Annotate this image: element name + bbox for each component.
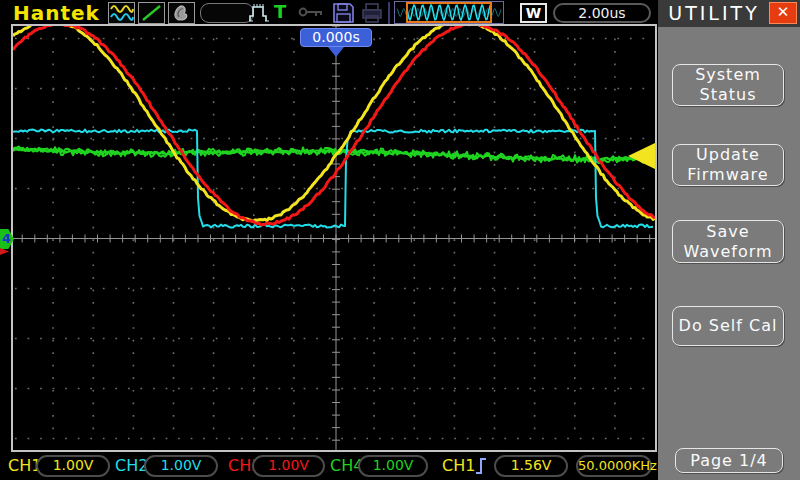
channel3-zero-marker-icon bbox=[0, 248, 9, 255]
utility-header: UTILITY ✕ bbox=[658, 0, 800, 27]
toolbar-separator bbox=[388, 2, 390, 24]
scope-display: 0.000s bbox=[11, 24, 657, 452]
save-waveform-button[interactable]: Save Waveform bbox=[672, 220, 784, 263]
key-lock-icon[interactable] bbox=[298, 4, 328, 24]
hantek-logo: Hantek bbox=[13, 1, 100, 25]
readout-oval bbox=[200, 3, 254, 23]
trigger-type-icon[interactable]: T bbox=[274, 1, 286, 22]
waveform-canvas bbox=[13, 26, 655, 450]
top-toolbar: Hantek T bbox=[0, 0, 658, 26]
trigger-level-readout[interactable]: 1.56V bbox=[494, 455, 568, 477]
window-mode-button[interactable]: W bbox=[520, 3, 547, 23]
time-offset-marker: 0.000s bbox=[300, 28, 372, 47]
do-self-cal-button[interactable]: Do Self Cal bbox=[672, 306, 784, 346]
bottom-status-bar: CH1 1.00V CH2 1.00V CH3 1.00V CH4 1.00V … bbox=[0, 452, 658, 480]
oscilloscope-screen: Hantek T bbox=[0, 0, 800, 480]
ch2-scale-readout[interactable]: 1.00V bbox=[144, 455, 218, 477]
ch3-scale-readout[interactable]: 1.00V bbox=[252, 455, 325, 477]
update-firmware-button[interactable]: Update Firmware bbox=[672, 144, 784, 186]
utility-panel: UTILITY ✕ System Status Update Firmware … bbox=[658, 0, 800, 480]
trigger-source-label: CH1 bbox=[442, 456, 475, 475]
rising-edge-icon bbox=[474, 454, 490, 480]
waveform-channels-icon[interactable] bbox=[108, 2, 135, 24]
trigger-frequency-readout[interactable]: 50.0000KHz bbox=[576, 455, 652, 477]
ch4-scale-readout[interactable]: 1.00V bbox=[358, 455, 428, 477]
timebase-readout[interactable]: 2.00us bbox=[553, 3, 651, 23]
hand-drag-icon[interactable] bbox=[168, 2, 195, 24]
measure-line-icon[interactable] bbox=[138, 2, 165, 24]
waveform-overview-thumbnail[interactable] bbox=[394, 1, 504, 24]
system-status-button[interactable]: System Status bbox=[672, 64, 784, 106]
time-offset-pointer-icon bbox=[328, 47, 344, 57]
close-icon[interactable]: ✕ bbox=[769, 2, 797, 24]
ch1-scale-readout[interactable]: 1.00V bbox=[36, 455, 110, 477]
panel-title: UTILITY bbox=[658, 2, 770, 24]
page-button[interactable]: Page 1/4 bbox=[675, 448, 783, 473]
